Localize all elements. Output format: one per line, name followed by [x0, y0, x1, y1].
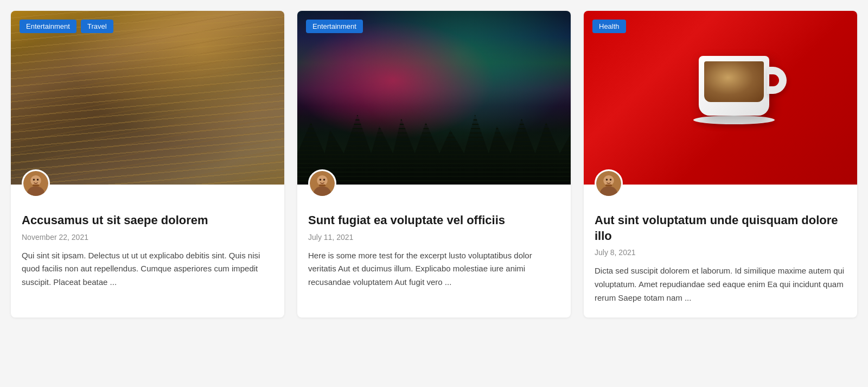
card-excerpt: Here is some more test for the excerpt l…: [308, 249, 560, 289]
card-excerpt: Dicta sed suscipit dolorem et laborum. I…: [595, 264, 846, 304]
svg-rect-5: [33, 185, 39, 187]
tags-wrapper: Health: [592, 20, 626, 33]
card-content: Accusamus ut sit saepe dolorem November …: [22, 195, 273, 289]
tag-health[interactable]: Health: [592, 20, 626, 33]
tag-entertainment[interactable]: Entertainment: [306, 20, 363, 33]
card-date: November 22, 2021: [22, 233, 273, 242]
card-body: Sunt fugiat ea voluptate vel officiis Ju…: [297, 185, 571, 302]
card-image-wrapper: Health: [584, 11, 857, 185]
coffee-cup-illustration: [691, 56, 777, 132]
card-image-coffee: [584, 11, 857, 185]
tags-wrapper: Entertainment: [306, 20, 363, 33]
card-title: Sunt fugiat ea voluptate vel officiis: [308, 213, 560, 229]
card-date: July 11, 2021: [308, 233, 560, 242]
author-avatar: [595, 169, 623, 198]
card-body: Accusamus ut sit saepe dolorem November …: [11, 185, 284, 302]
svg-rect-17: [605, 185, 612, 187]
svg-rect-11: [319, 185, 326, 187]
author-avatar: [22, 169, 50, 198]
article-card: Entertainment Travel: [11, 11, 284, 318]
card-date: July 8, 2021: [595, 248, 846, 257]
author-avatar-wrapper: [308, 169, 336, 198]
cup-handle: [767, 67, 787, 94]
card-content: Aut sint voluptatum unde quisquam dolore…: [595, 195, 846, 304]
cup-body: [699, 56, 769, 116]
tags-wrapper: Entertainment Travel: [20, 20, 113, 33]
svg-point-4: [37, 179, 39, 181]
tag-travel[interactable]: Travel: [81, 20, 113, 33]
cup-saucer: [693, 116, 775, 124]
svg-point-10: [323, 179, 326, 181]
card-excerpt: Qui sint sit ipsam. Delectus ut ut ut ex…: [22, 249, 273, 289]
author-avatar: [308, 169, 336, 198]
svg-point-3: [33, 179, 35, 181]
article-card: Entertainment Sunt fugi: [297, 11, 571, 318]
svg-point-7: [317, 175, 327, 186]
svg-point-13: [603, 175, 614, 186]
svg-point-9: [320, 179, 322, 181]
article-card: Health Aut sint volupta: [584, 11, 857, 318]
card-body: Aut sint voluptatum unde quisquam dolore…: [584, 185, 857, 318]
card-title: Aut sint voluptatum unde quisquam dolore…: [595, 213, 846, 244]
card-content: Sunt fugiat ea voluptate vel officiis Ju…: [308, 195, 560, 289]
cup-coffee-liquid: [704, 61, 764, 102]
card-image-aurora: [297, 11, 571, 185]
card-image-wrapper: Entertainment Travel: [11, 11, 284, 185]
author-avatar-wrapper: [595, 169, 623, 198]
svg-point-16: [610, 179, 612, 181]
svg-point-15: [606, 179, 608, 181]
svg-point-1: [30, 175, 41, 186]
article-cards-grid: Entertainment Travel: [11, 11, 857, 318]
card-image-wrapper: Entertainment: [297, 11, 571, 185]
author-avatar-wrapper: [22, 169, 50, 198]
card-title: Accusamus ut sit saepe dolorem: [22, 213, 273, 229]
tag-entertainment[interactable]: Entertainment: [20, 20, 76, 33]
card-image-wheat: [11, 11, 284, 185]
